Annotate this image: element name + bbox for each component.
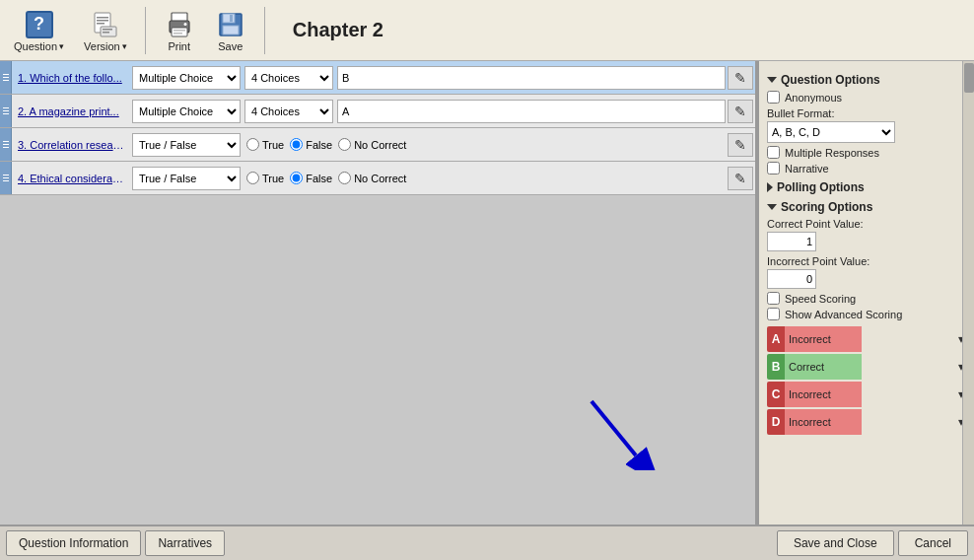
polling-options-triangle [767, 182, 773, 192]
svg-rect-2 [97, 20, 108, 22]
main-area: 1. Which of the follo... Multiple Choice… [0, 61, 974, 525]
cancel-button[interactable]: Cancel [898, 530, 968, 556]
tf-false-option-3[interactable]: False [290, 138, 332, 151]
answer-option-label-d: D [767, 409, 785, 435]
answer-option-select-a[interactable]: Incorrect Correct No Answer [785, 326, 862, 352]
answer-option-row-d: D Incorrect Correct No Answer [767, 409, 968, 435]
multiple-responses-label: Multiple Responses [785, 147, 879, 159]
question-type-select-1[interactable]: Multiple Choice True / False [132, 66, 241, 90]
incorrect-point-row [767, 269, 968, 289]
table-row: 4. Ethical considerat... True / False Mu… [0, 162, 755, 195]
answer-option-select-b[interactable]: Incorrect Correct No Answer [785, 354, 862, 380]
row-handle-2[interactable] [0, 95, 12, 127]
version-dropdown-arrow[interactable]: ▾ [122, 41, 127, 51]
print-button[interactable]: Print [158, 7, 201, 54]
right-panel: Question Options Anonymous Bullet Format… [757, 61, 974, 525]
bullet-format-select[interactable]: A, B, C, D 1, 2, 3, 4 a, b, c, d None [767, 121, 895, 143]
scoring-options-triangle [767, 204, 777, 210]
save-close-button[interactable]: Save and Close [777, 530, 894, 556]
svg-rect-5 [103, 29, 112, 31]
multiple-responses-checkbox[interactable] [767, 146, 780, 159]
save-label: Save [218, 40, 243, 52]
incorrect-point-input[interactable] [767, 269, 816, 289]
tf-true-option-3[interactable]: True [246, 138, 284, 151]
tf-false-option-4[interactable]: False [290, 172, 332, 184]
question-choices-select-2[interactable]: 4 Choices 2 Choices 3 Choices 5 Choices [244, 100, 333, 123]
version-icon [90, 9, 121, 40]
save-icon [215, 9, 246, 40]
tf-nocorrect-option-4[interactable]: No Correct [338, 172, 406, 184]
polling-options-header[interactable]: Polling Options [767, 180, 968, 194]
question-text-3[interactable]: 3. Correlation resear... [12, 135, 130, 155]
tf-true-option-4[interactable]: True [246, 172, 284, 184]
speed-scoring-label: Speed Scoring [785, 293, 856, 305]
question-options-header[interactable]: Question Options [767, 73, 968, 87]
question-info-button[interactable]: Question Information [6, 530, 141, 556]
svg-rect-3 [97, 23, 104, 25]
question-options-label: Question Options [781, 73, 880, 87]
print-label: Print [168, 40, 190, 52]
question-type-select-2[interactable]: Multiple Choice True / False [132, 100, 241, 123]
scrollbar-thumb[interactable] [964, 63, 974, 93]
answer-option-wrapper-a: Incorrect Correct No Answer [785, 326, 968, 352]
table-row: 1. Which of the follo... Multiple Choice… [0, 61, 755, 95]
table-row: 3. Correlation resear... True / False Mu… [0, 128, 755, 162]
question-type-select-4[interactable]: True / False Multiple Choice [132, 167, 241, 190]
question-text-4[interactable]: 4. Ethical considerat... [12, 169, 130, 188]
table-row: 2. A magazine print... Multiple Choice T… [0, 95, 755, 128]
answer-option-wrapper-b: Incorrect Correct No Answer [785, 354, 968, 380]
toolbar-separator-1 [145, 7, 146, 54]
answer-option-select-d[interactable]: Incorrect Correct No Answer [785, 409, 862, 435]
question-answer-input-1[interactable] [337, 66, 726, 90]
tf-group-3: True False No Correct [243, 138, 728, 151]
row-handle-4[interactable] [0, 162, 12, 194]
question-dropdown-arrow[interactable]: ▾ [59, 41, 64, 51]
question-button[interactable]: ? Question ▾ [8, 7, 70, 54]
anonymous-row: Anonymous [767, 91, 968, 104]
svg-rect-16 [223, 26, 239, 35]
question-icon: ? [24, 9, 55, 40]
answer-option-row-c: C Incorrect Correct No Answer [767, 382, 968, 407]
question-type-select-3[interactable]: True / False Multiple Choice [132, 133, 241, 157]
toolbar: ? Question ▾ Version ▾ [0, 0, 974, 61]
answer-option-label-b: B [767, 354, 785, 380]
svg-rect-15 [230, 15, 233, 22]
answer-option-label-a: A [767, 326, 785, 352]
scoring-options-label: Scoring Options [781, 200, 872, 214]
multiple-responses-row: Multiple Responses [767, 146, 968, 159]
narrative-checkbox[interactable] [767, 162, 780, 175]
correct-point-label: Correct Point Value: [767, 218, 968, 230]
correct-point-input[interactable] [767, 232, 816, 251]
answer-option-row-a: A Incorrect Correct No Answer [767, 326, 968, 352]
question-edit-btn-4[interactable]: ✎ [728, 167, 753, 190]
anonymous-checkbox[interactable] [767, 91, 780, 104]
incorrect-point-label: Incorrect Point Value: [767, 255, 968, 267]
question-answer-input-2[interactable] [337, 100, 726, 123]
tf-nocorrect-option-3[interactable]: No Correct [338, 138, 406, 151]
tf-group-4: True False No Correct [243, 172, 728, 184]
answer-option-row-b: B Incorrect Correct No Answer [767, 354, 968, 380]
question-text-2[interactable]: 2. A magazine print... [12, 102, 130, 121]
correct-point-row [767, 232, 968, 251]
narratives-button[interactable]: Narratives [145, 530, 225, 556]
answer-option-label-c: C [767, 382, 785, 407]
svg-rect-14 [223, 14, 235, 23]
print-icon [164, 9, 195, 40]
question-choices-select-1[interactable]: 4 Choices 2 Choices 3 Choices 5 Choices [244, 66, 333, 90]
version-button[interactable]: Version ▾ [78, 7, 133, 54]
row-handle-3[interactable] [0, 128, 12, 161]
save-button[interactable]: Save [209, 7, 252, 54]
question-edit-btn-3[interactable]: ✎ [728, 133, 753, 157]
bottom-bar: Question Information Narratives Save and… [0, 525, 974, 560]
show-advanced-checkbox[interactable] [767, 308, 780, 320]
speed-scoring-checkbox[interactable] [767, 292, 780, 305]
answer-option-select-c[interactable]: Incorrect Correct No Answer [785, 382, 862, 407]
right-panel-scrollbar[interactable] [962, 61, 974, 525]
show-advanced-row: Show Advanced Scoring [767, 308, 968, 320]
question-text-1[interactable]: 1. Which of the follo... [12, 68, 130, 88]
question-edit-btn-2[interactable]: ✎ [728, 100, 753, 123]
scoring-options-header[interactable]: Scoring Options [767, 200, 968, 214]
question-edit-btn-1[interactable]: ✎ [728, 66, 753, 90]
speed-scoring-row: Speed Scoring [767, 292, 968, 305]
row-handle-1[interactable] [0, 61, 12, 94]
